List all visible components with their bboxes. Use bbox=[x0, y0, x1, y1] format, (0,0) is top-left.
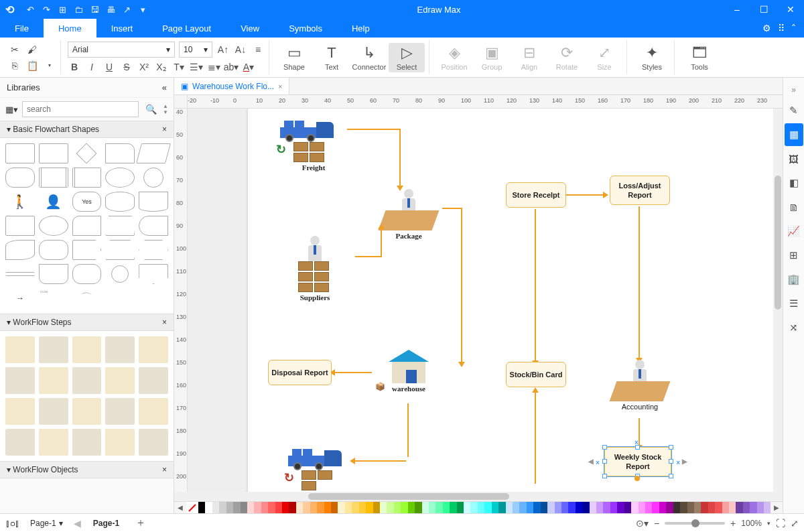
color-swatch[interactable] bbox=[464, 502, 470, 513]
color-swatch[interactable] bbox=[736, 502, 742, 513]
shape-ellipse2[interactable] bbox=[39, 216, 68, 236]
table-icon[interactable]: ⊞ bbox=[785, 244, 803, 267]
shape-wave[interactable] bbox=[139, 192, 168, 212]
zoom-out-icon[interactable]: − bbox=[654, 518, 659, 529]
text-tool[interactable]: TText bbox=[314, 43, 350, 72]
step-item[interactable] bbox=[5, 367, 35, 394]
tools-tool[interactable]: 🗔Tools bbox=[681, 43, 718, 72]
color-swatch[interactable] bbox=[380, 502, 387, 513]
color-swatch[interactable] bbox=[212, 502, 219, 513]
maximize-button[interactable]: ☐ bbox=[750, 0, 777, 19]
color-swatch[interactable] bbox=[722, 502, 729, 513]
shape-display[interactable] bbox=[139, 216, 168, 236]
color-swatch[interactable] bbox=[666, 502, 673, 513]
cut-icon[interactable]: ✂ bbox=[8, 43, 21, 56]
color-swatch[interactable] bbox=[680, 502, 687, 513]
color-swatch[interactable] bbox=[233, 502, 240, 513]
italic-icon[interactable]: I bbox=[85, 60, 98, 74]
color-swatch[interactable] bbox=[324, 502, 331, 513]
color-swatch[interactable] bbox=[282, 502, 289, 513]
print-icon[interactable]: 🖶 bbox=[105, 3, 117, 15]
section-close-icon-3[interactable]: × bbox=[162, 465, 167, 474]
tab-home[interactable]: Home bbox=[44, 19, 96, 38]
shape-hex[interactable] bbox=[139, 240, 168, 260]
node-truck-bottom[interactable]: ↻ bbox=[288, 444, 355, 490]
section-workflow-steps[interactable]: ▾ WorkFlow Steps× bbox=[0, 314, 174, 331]
node-freight[interactable]: ↻ Freight bbox=[280, 115, 347, 172]
step-item[interactable] bbox=[139, 398, 168, 425]
shape-arrow[interactable] bbox=[72, 240, 102, 260]
step-item[interactable] bbox=[72, 367, 102, 394]
color-swatch[interactable] bbox=[303, 502, 310, 513]
font-color-icon[interactable]: A▾ bbox=[242, 60, 255, 74]
color-swatch[interactable] bbox=[484, 502, 491, 513]
shape-rect[interactable] bbox=[5, 143, 35, 163]
color-swatch[interactable] bbox=[289, 502, 295, 513]
color-swatch[interactable] bbox=[729, 502, 736, 513]
tab-help[interactable]: Help bbox=[337, 19, 385, 38]
shape-note[interactable]: note bbox=[39, 288, 68, 308]
step-item[interactable] bbox=[39, 367, 68, 394]
palette-next-icon[interactable]: ▶ bbox=[770, 502, 783, 513]
scroll-down-icon[interactable]: ▼ bbox=[163, 109, 168, 115]
color-swatch[interactable] bbox=[659, 502, 666, 513]
node-store-receipt[interactable]: Store Recelpt bbox=[506, 182, 566, 208]
shape-curve[interactable]: ⌒ bbox=[72, 288, 102, 308]
list-icon[interactable]: ☰ bbox=[785, 292, 803, 315]
page[interactable]: ↻ Freight Package bbox=[248, 109, 777, 492]
color-swatch[interactable] bbox=[352, 502, 358, 513]
shape-wave2[interactable] bbox=[5, 240, 35, 260]
step-item[interactable] bbox=[105, 336, 135, 363]
qat-dropdown-icon[interactable]: ▾ bbox=[137, 3, 149, 15]
color-swatch[interactable] bbox=[582, 502, 589, 513]
color-swatch[interactable] bbox=[268, 502, 275, 513]
color-swatch[interactable] bbox=[513, 502, 519, 513]
page-tab[interactable]: Page-1 bbox=[88, 519, 125, 528]
fullscreen-icon[interactable]: ⤢ bbox=[791, 518, 799, 529]
step-item[interactable] bbox=[39, 429, 68, 456]
bullets-icon[interactable]: ☰▾ bbox=[190, 60, 203, 74]
increase-font-icon[interactable]: A↑ bbox=[216, 43, 230, 56]
step-item[interactable] bbox=[72, 336, 102, 363]
color-swatch[interactable] bbox=[715, 502, 722, 513]
color-swatch[interactable] bbox=[492, 502, 498, 513]
step-item[interactable] bbox=[5, 398, 35, 425]
shape-terminator[interactable] bbox=[5, 168, 35, 188]
text-case-icon[interactable]: T▾ bbox=[172, 60, 186, 74]
color-swatch[interactable] bbox=[533, 502, 540, 513]
page-icon[interactable]: 🗎 bbox=[785, 196, 803, 218]
color-swatch[interactable] bbox=[590, 502, 596, 513]
color-swatch[interactable] bbox=[561, 502, 568, 513]
node-stock-bin[interactable]: Stock/Bin Card bbox=[506, 362, 566, 387]
zoom-level[interactable]: 100% bbox=[741, 519, 762, 528]
step-item[interactable] bbox=[5, 336, 35, 363]
shape-pentagon[interactable] bbox=[139, 264, 168, 284]
vertical-scrollbar[interactable] bbox=[773, 109, 783, 492]
color-swatch[interactable] bbox=[519, 502, 526, 513]
shape-doc[interactable] bbox=[105, 143, 135, 163]
color-swatch[interactable] bbox=[478, 502, 484, 513]
export-icon[interactable]: ↗ bbox=[121, 3, 133, 15]
tab-page-layout[interactable]: Page Layout bbox=[147, 19, 226, 38]
section-basic-flowchart[interactable]: ▾ Basic Flowchart Shapes× bbox=[0, 121, 174, 138]
tab-insert[interactable]: Insert bbox=[96, 19, 148, 38]
color-swatch[interactable] bbox=[219, 502, 226, 513]
color-swatch[interactable] bbox=[408, 502, 415, 513]
color-swatch[interactable] bbox=[457, 502, 464, 513]
section-close-icon[interactable]: × bbox=[162, 125, 167, 134]
step-item[interactable] bbox=[105, 398, 135, 425]
shape-data[interactable] bbox=[72, 168, 102, 188]
color-swatch[interactable] bbox=[694, 502, 701, 513]
page-prev-icon[interactable]: ◀ bbox=[74, 518, 81, 529]
search-input[interactable] bbox=[22, 101, 139, 117]
color-swatch[interactable] bbox=[750, 502, 756, 513]
color-swatch[interactable] bbox=[617, 502, 624, 513]
color-swatch[interactable] bbox=[254, 502, 261, 513]
node-disposal-report[interactable]: Disposai Report bbox=[268, 360, 332, 385]
theme-icon[interactable]: ✎ bbox=[785, 99, 803, 122]
color-swatch[interactable] bbox=[247, 502, 254, 513]
color-swatch[interactable] bbox=[527, 502, 533, 513]
color-swatch[interactable] bbox=[631, 502, 638, 513]
paste-dropdown-icon[interactable]: ▾ bbox=[43, 59, 56, 72]
color-swatch[interactable] bbox=[645, 502, 652, 513]
